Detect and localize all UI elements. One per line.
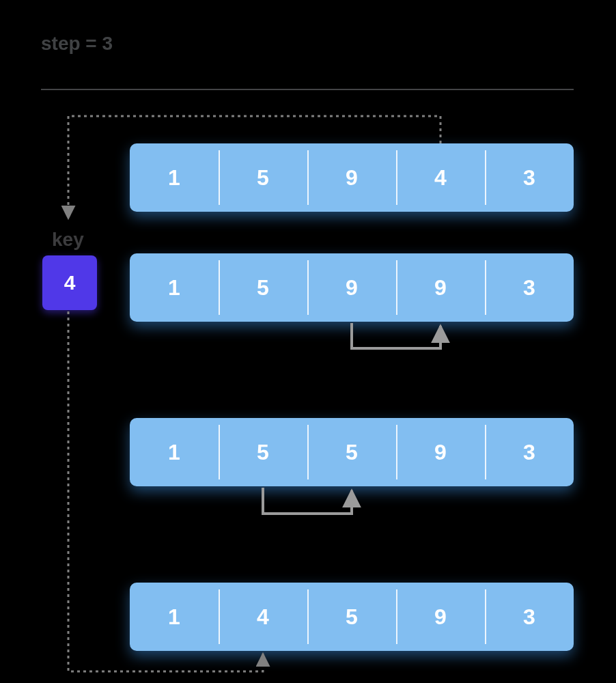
- array-cell: 1: [130, 583, 219, 651]
- array-row-1: 1 5 9 4 3: [130, 143, 574, 212]
- key-value: 4: [64, 271, 76, 294]
- array-cell: 1: [130, 253, 219, 322]
- shift-arrow-row3: [263, 488, 352, 514]
- array-row-3: 1 5 5 9 3: [130, 418, 574, 486]
- array-cell: 5: [307, 583, 396, 651]
- array-cell: 9: [307, 253, 396, 322]
- array-cell: 1: [130, 143, 219, 212]
- key-label: key: [52, 229, 84, 251]
- array-cell: 5: [307, 418, 396, 486]
- array-cell: 3: [485, 418, 574, 486]
- array-cell: 9: [396, 418, 485, 486]
- array-cell: 5: [219, 143, 307, 212]
- array-row-4: 1 4 5 9 3: [130, 583, 574, 651]
- array-cell: 5: [219, 253, 307, 322]
- arrows-overlay: [0, 0, 616, 683]
- array-row-2: 1 5 9 9 3: [130, 253, 574, 322]
- array-cell: 3: [485, 253, 574, 322]
- array-cell: 9: [307, 143, 396, 212]
- key-box: 4: [42, 255, 97, 310]
- shift-arrow-row2: [352, 323, 440, 348]
- array-cell: 3: [485, 143, 574, 212]
- array-cell: 3: [485, 583, 574, 651]
- array-cell: 1: [130, 418, 219, 486]
- diagram-root: step = 3 key 4 1 5 9 4 3 1 5 9 9 3 1 5 5…: [0, 0, 616, 683]
- array-cell: 9: [396, 583, 485, 651]
- array-cell: 5: [219, 418, 307, 486]
- step-label: step = 3: [41, 33, 113, 55]
- array-cell: 4: [219, 583, 307, 651]
- array-cell: 4: [396, 143, 485, 212]
- array-cell: 9: [396, 253, 485, 322]
- divider: [41, 89, 574, 90]
